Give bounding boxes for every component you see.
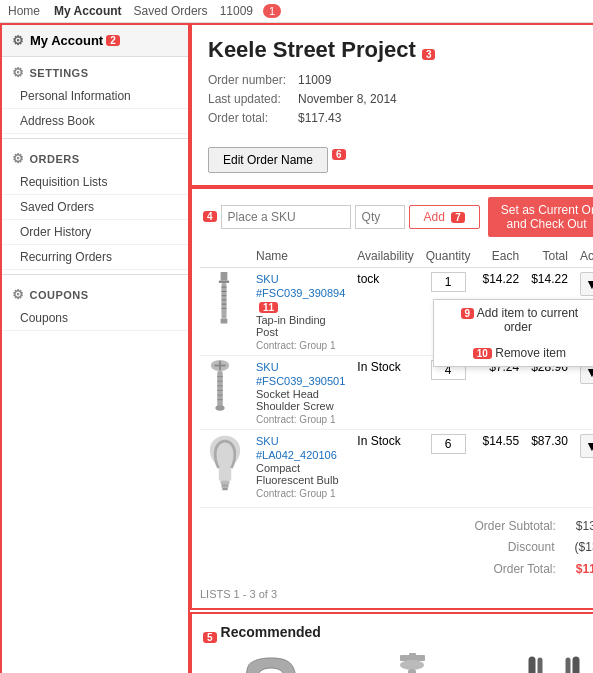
- ubolt-svg: [236, 653, 306, 673]
- order-meta: Order number:11009 Last updated:November…: [208, 71, 593, 129]
- sidebar-item-personal-info[interactable]: Personal Information: [2, 84, 188, 109]
- svg-point-34: [400, 660, 424, 670]
- recommended-title: Recommended: [221, 624, 321, 640]
- order-totals: Order Subtotal: $130.48 Discount ($13.05…: [200, 507, 593, 585]
- rec-item-3: Dual-tube Ultraviolet Bulb $15.77: [484, 650, 593, 673]
- discount-label: Discount: [508, 537, 555, 559]
- col-header-availability: Availability: [351, 245, 419, 268]
- item-sku-link-3[interactable]: SKU #LA042_420106: [256, 435, 337, 461]
- sidebar-divider-2: [2, 274, 188, 275]
- sidebar-header: ⚙ My Account 2: [2, 25, 188, 57]
- item-contract-1: Contract: Group 1: [256, 340, 345, 351]
- add-button-label: Add: [424, 210, 445, 224]
- svg-rect-1: [219, 280, 229, 283]
- dropdown-add-label: Add item to current order: [477, 306, 578, 334]
- coupons-label: COUPONS: [30, 289, 89, 301]
- item-avail-1: tock: [351, 267, 419, 355]
- order-items-section: 4 Add 7 Set as Current Order and Check O…: [190, 187, 593, 611]
- recommended-items: ❮: [200, 650, 593, 673]
- last-updated-value: November 8, 2014: [298, 92, 397, 106]
- sidebar-item-requisition[interactable]: Requisition Lists: [2, 170, 188, 195]
- order-total-label: Order total:: [208, 109, 298, 128]
- item-name-cell-1: SKU #FSC039_390894 11 Tap-in Binding Pos…: [250, 267, 351, 355]
- nav-my-account[interactable]: My Account: [54, 4, 122, 18]
- item-image-1: [200, 267, 250, 355]
- list-count: LISTS 1 - 3 of 3: [200, 584, 593, 600]
- item-name-1: Tap-in Binding Post: [256, 314, 345, 338]
- item-action-btn-1[interactable]: ▼ 9 Add item to current order 10: [580, 272, 593, 296]
- edit-order-name-button[interactable]: Edit Order Name: [208, 147, 328, 173]
- svg-rect-23: [222, 487, 227, 490]
- qty-input[interactable]: [355, 205, 405, 229]
- svg-rect-2: [221, 283, 226, 319]
- item-qty-input-1[interactable]: [431, 272, 466, 292]
- table-row: SKU #LA042_420106 Compact Fluorescent Bu…: [200, 429, 593, 503]
- col-header-actions: Actions: [574, 245, 593, 268]
- nav-order-number[interactable]: 11009: [220, 4, 253, 18]
- col-header-each: Each: [476, 245, 525, 268]
- subtotal-label: Order Subtotal:: [474, 516, 555, 538]
- item-contract-2: Contract: Group 1: [256, 414, 345, 425]
- item-sku-link-2[interactable]: SKU #FSC039_390501: [256, 361, 345, 387]
- col-header-img: [200, 245, 250, 268]
- sidebar-section-settings: ⚙ SETTINGS: [2, 57, 188, 84]
- sidebar-item-coupons[interactable]: Coupons: [2, 306, 188, 331]
- settings-label: SETTINGS: [30, 67, 89, 79]
- item-actions-cell-3: ▼: [574, 429, 593, 503]
- item-total-3: $87.30: [525, 429, 574, 503]
- item-avail-2: In Stock: [351, 355, 419, 429]
- rec-item-2: Tap-in Binding Post $14.22: [343, 650, 483, 673]
- sidebar-section-coupons: ⚙ COUPONS: [2, 279, 188, 306]
- svg-rect-22: [221, 484, 228, 488]
- discount-value: ($13.05): [575, 537, 593, 559]
- nav-saved-orders[interactable]: Saved Orders: [134, 4, 208, 18]
- sidebar-item-address-book[interactable]: Address Book: [2, 109, 188, 134]
- edit-badge-6: 6: [332, 149, 346, 160]
- sku-badge-11: 11: [259, 302, 278, 313]
- item-avail-3: In Stock: [351, 429, 419, 503]
- item-name-2: Socket Head Shoulder Screw: [256, 388, 345, 412]
- add-sku-bar: 4 Add 7 Set as Current Order and Check O…: [200, 197, 593, 237]
- dropdown-add-item[interactable]: 9 Add item to current order: [434, 300, 593, 340]
- order-total-value: $117.43: [298, 111, 341, 125]
- item-image-3: [200, 429, 250, 503]
- add-badge-4: 4: [203, 211, 217, 222]
- item-image-2: [200, 355, 250, 429]
- col-header-name: Name: [250, 245, 351, 268]
- main-layout: ⚙ My Account 2 ⚙ SETTINGS Personal Infor…: [0, 23, 593, 673]
- subtotal-value: $130.48: [576, 516, 593, 538]
- item-name-cell-2: SKU #FSC039_390501 Socket Head Shoulder …: [250, 355, 351, 429]
- order-total-final-label: Order Total:: [493, 559, 555, 581]
- nav-home[interactable]: Home: [8, 4, 40, 18]
- svg-rect-35: [408, 669, 416, 673]
- svg-rect-9: [221, 318, 228, 323]
- item-name-3: Compact Fluorescent Bulb: [256, 462, 345, 486]
- orders-icon: ⚙: [12, 151, 25, 166]
- checkout-button[interactable]: Set as Current Order and Check Out 8: [488, 197, 593, 237]
- dropdown-remove-label: Remove item: [495, 346, 566, 360]
- dual-tube-svg: [524, 650, 584, 673]
- item-sku-link-1[interactable]: SKU #FSC039_390894 11: [256, 273, 345, 313]
- screw-svg-2: [206, 360, 234, 420]
- dropdown-remove-item[interactable]: 10 Remove item: [434, 340, 593, 366]
- sidebar-item-order-history[interactable]: Order History: [2, 220, 188, 245]
- action-dropdown-1: 9 Add item to current order 10 Remove it…: [433, 299, 593, 367]
- sidebar-item-recurring-orders[interactable]: Recurring Orders: [2, 245, 188, 270]
- sidebar-item-saved-orders[interactable]: Saved Orders: [2, 195, 188, 220]
- item-sku-text-1: SKU #FSC039_390894: [256, 273, 345, 299]
- item-action-btn-3[interactable]: ▼: [580, 434, 593, 458]
- item-qty-cell-3: [420, 429, 477, 503]
- account-icon: ⚙: [12, 33, 24, 48]
- items-table: Name Availability Quantity Each Total Ac…: [200, 245, 593, 503]
- sidebar-badge-2: 2: [106, 35, 120, 46]
- sidebar-title: My Account: [30, 33, 103, 48]
- coupons-icon: ⚙: [12, 287, 25, 302]
- add-button[interactable]: Add 7: [409, 205, 480, 229]
- item-qty-input-3[interactable]: [431, 434, 466, 454]
- svg-rect-21: [221, 480, 230, 484]
- recommended-section: 5 Recommended ❮: [190, 612, 593, 673]
- sku-input[interactable]: [221, 205, 351, 229]
- add-badge-7: 7: [451, 212, 465, 223]
- table-row: SKU #FSC039_390894 11 Tap-in Binding Pos…: [200, 267, 593, 355]
- rec-badge-5: 5: [203, 632, 217, 643]
